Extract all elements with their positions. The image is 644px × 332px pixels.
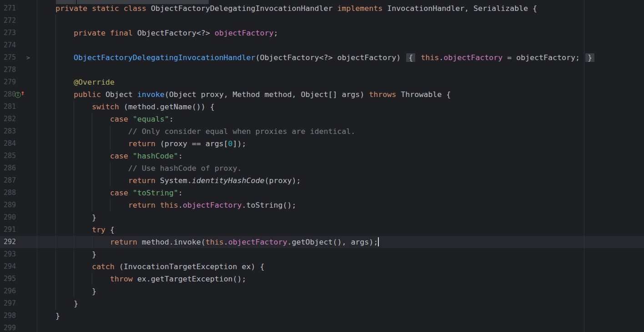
code-line-row[interactable]: 292 return method.invoke(this.objectFact… xyxy=(0,236,644,248)
code-line-text[interactable]: return System.identityHashCode(proxy); xyxy=(37,174,301,187)
code-token xyxy=(37,115,110,123)
code-line-row[interactable]: 296 } xyxy=(0,285,644,297)
gutter-line-number[interactable]: 271 xyxy=(4,2,16,15)
code-line-text[interactable]: throw ex.getTargetException(); xyxy=(37,273,247,285)
code-line-text[interactable]: // Only consider equal when proxies are … xyxy=(37,125,355,138)
code-token: Throwable { xyxy=(401,90,451,99)
code-line-row[interactable]: 274 xyxy=(0,39,644,51)
gutter-line-number[interactable]: 295 xyxy=(4,273,16,285)
code-line-text[interactable]: } xyxy=(37,211,96,224)
code-line-text[interactable]: case "equals": xyxy=(37,113,174,125)
code-line-row[interactable]: 299 xyxy=(0,322,644,332)
gutter-line-number[interactable]: 283 xyxy=(4,125,16,138)
gutter-line-number[interactable]: 275 xyxy=(4,51,16,64)
code-line-row[interactable]: 273 private final ObjectFactory<?> objec… xyxy=(0,27,644,39)
gutter-line-number[interactable]: 286 xyxy=(4,162,16,174)
code-line-text[interactable]: } xyxy=(37,248,96,260)
code-token: objectFactory xyxy=(443,53,503,62)
gutter-line-number[interactable]: 294 xyxy=(4,260,16,273)
code-line-text[interactable]: return method.invoke(this.objectFactory.… xyxy=(37,236,379,248)
code-line-text[interactable]: private final ObjectFactory<?> objectFac… xyxy=(37,27,278,39)
code-editor-lines[interactable]: 271 private static class ObjectFactoryDe… xyxy=(0,2,644,332)
code-line-text[interactable]: return (proxy == args[0]); xyxy=(37,138,247,150)
code-token xyxy=(37,176,128,185)
code-line-text[interactable]: @Override xyxy=(37,76,115,88)
code-token xyxy=(37,238,110,246)
code-line-row[interactable]: 297 } xyxy=(0,297,644,310)
gutter-line-number[interactable]: 293 xyxy=(4,248,16,260)
code-line-text[interactable]: // Use hashCode of proxy. xyxy=(37,162,242,174)
code-line-row[interactable]: 279 @Override xyxy=(0,76,644,88)
code-line-text[interactable]: return this.objectFactory.toString(); xyxy=(37,199,296,211)
code-line-row[interactable]: 287 return System.identityHashCode(proxy… xyxy=(0,174,644,187)
code-line-text[interactable]: } xyxy=(37,297,78,310)
code-line-row[interactable]: 288 case "toString": xyxy=(0,187,644,199)
gutter-line-number[interactable]: 298 xyxy=(4,310,16,322)
code-line-row[interactable]: 289 return this.objectFactory.toString()… xyxy=(0,199,644,211)
code-line-row[interactable]: 294 catch (InvocationTargetException ex)… xyxy=(0,260,644,273)
code-line-row[interactable]: 278 xyxy=(0,64,644,76)
gutter-line-number[interactable]: 272 xyxy=(4,15,16,27)
code-token: } xyxy=(37,312,60,320)
code-line-text[interactable]: public Object invoke(Object proxy, Metho… xyxy=(37,88,451,101)
code-token: . xyxy=(224,238,228,246)
code-line-row[interactable]: 285 case "hashCode": xyxy=(0,150,644,162)
gutter-line-number[interactable]: 284 xyxy=(4,138,16,150)
code-line-row[interactable]: 275> ObjectFactoryDelegatingInvocationHa… xyxy=(0,51,644,64)
gutter-line-number[interactable]: 290 xyxy=(4,211,16,224)
gutter-line-number[interactable]: 296 xyxy=(4,285,16,297)
code-token: implements xyxy=(337,4,387,13)
code-line-row[interactable]: 272 xyxy=(0,15,644,27)
code-token: this xyxy=(160,201,178,209)
code-line-row[interactable]: 295 throw ex.getTargetException(); xyxy=(0,273,644,285)
code-line-row[interactable]: 281 switch (method.getName()) { xyxy=(0,101,644,113)
code-token xyxy=(37,275,110,283)
gutter-line-number[interactable]: 292 xyxy=(4,236,16,248)
code-line-text[interactable]: case "toString": xyxy=(37,187,183,199)
gutter-line-number[interactable]: 291 xyxy=(4,224,16,236)
code-token: { xyxy=(110,225,115,234)
gutter-line-number[interactable]: 279 xyxy=(4,76,16,88)
code-line-row[interactable]: 280I↑ public Object invoke(Object proxy,… xyxy=(0,88,644,101)
code-line-text[interactable]: ObjectFactoryDelegatingInvocationHandler… xyxy=(37,51,595,64)
code-line-row[interactable]: 291 try { xyxy=(0,224,644,236)
code-editor[interactable]: 271 private static class ObjectFactoryDe… xyxy=(0,0,644,332)
gutter-line-number[interactable]: 280 xyxy=(4,88,16,101)
code-line-text[interactable]: case "hashCode": xyxy=(37,150,183,162)
gutter-line-number[interactable]: 273 xyxy=(4,27,16,39)
code-token: public xyxy=(74,90,106,99)
code-line-row[interactable]: 298 } xyxy=(0,310,644,322)
code-line-row[interactable]: 271 private static class ObjectFactoryDe… xyxy=(0,2,644,15)
code-token: .getObject(), args); xyxy=(287,238,378,246)
code-token: private final xyxy=(74,29,137,37)
gutter-line-number[interactable]: 287 xyxy=(4,174,16,187)
code-token: : xyxy=(178,189,183,197)
code-line-row[interactable]: 284 return (proxy == args[0]); xyxy=(0,138,644,150)
code-line-row[interactable]: 282 case "equals": xyxy=(0,113,644,125)
fold-collapsed-icon[interactable]: > xyxy=(26,51,30,64)
gutter-line-number[interactable]: 297 xyxy=(4,297,16,310)
gutter-line-number[interactable]: 288 xyxy=(4,187,16,199)
gutter-line-number[interactable]: 299 xyxy=(4,322,16,332)
gutter-line-number[interactable]: 274 xyxy=(4,39,16,51)
code-token: throws xyxy=(369,90,401,99)
code-line-row[interactable]: 290 } xyxy=(0,211,644,224)
gutter-line-number[interactable]: 281 xyxy=(4,101,16,113)
code-token: InvocationHandler, Serializable { xyxy=(387,4,537,13)
code-line-text[interactable]: } xyxy=(37,310,60,322)
code-line-text[interactable]: try { xyxy=(37,224,115,236)
code-line-row[interactable]: 293 } xyxy=(0,248,644,260)
implementing-method-icon[interactable]: I↑ xyxy=(15,91,26,99)
code-line-row[interactable]: 283 // Only consider equal when proxies … xyxy=(0,125,644,138)
code-line-text[interactable]: private static class ObjectFactoryDelega… xyxy=(37,2,537,15)
code-line-row[interactable]: 286 // Use hashCode of proxy. xyxy=(0,162,644,174)
code-token xyxy=(37,78,74,87)
code-line-text[interactable]: catch (InvocationTargetException ex) { xyxy=(37,260,265,273)
gutter-line-number[interactable]: 285 xyxy=(4,150,16,162)
text-caret xyxy=(378,237,379,246)
gutter-line-number[interactable]: 282 xyxy=(4,113,16,125)
gutter-line-number[interactable]: 278 xyxy=(4,64,16,76)
code-line-text[interactable]: switch (method.getName()) { xyxy=(37,101,215,113)
code-line-text[interactable]: } xyxy=(37,285,96,297)
gutter-line-number[interactable]: 289 xyxy=(4,199,16,211)
